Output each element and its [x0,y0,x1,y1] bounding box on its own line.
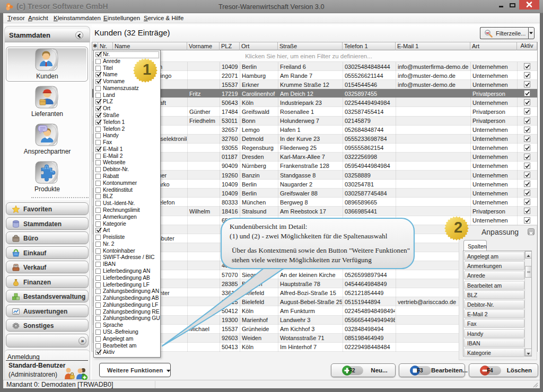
svg-text:1: 1 [143,61,151,78]
svg-text:2: 2 [454,219,462,236]
